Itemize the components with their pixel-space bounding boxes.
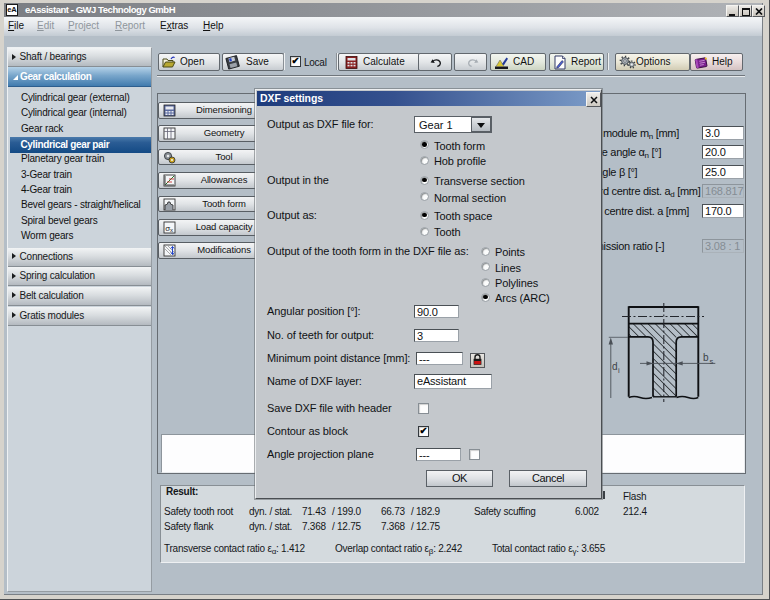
svg-text:s: s <box>710 357 714 366</box>
svg-text:i: i <box>618 366 620 375</box>
svg-text:x: x <box>170 227 173 233</box>
svg-text:b: b <box>703 352 709 363</box>
svg-text:d: d <box>612 361 618 372</box>
